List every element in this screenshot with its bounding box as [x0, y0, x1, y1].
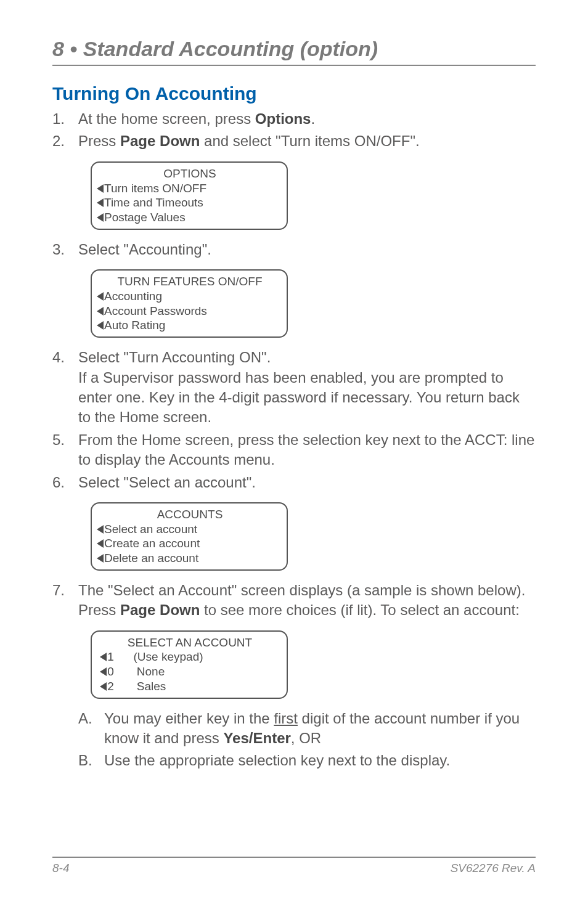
first-underline: first — [274, 710, 298, 727]
screen-row-text: Turn items ON/OFF — [104, 182, 206, 195]
doc-revision: SV62276 Rev. A — [451, 862, 536, 875]
screen-row-text: Auto Rating — [104, 319, 165, 332]
yes-enter-keyword: Yes/Enter — [223, 730, 290, 746]
screen-row-text: None — [137, 665, 165, 678]
footer-divider — [52, 857, 536, 858]
screen-row: Turn items ON/OFF — [97, 181, 283, 196]
triangle-left-icon — [97, 184, 104, 193]
triangle-left-icon — [97, 525, 104, 534]
chapter-title: 8 • Standard Accounting (option) — [52, 37, 536, 61]
screen-row-text: Postage Values — [104, 211, 186, 224]
step-text: Select "Turn Accounting ON". — [78, 349, 271, 365]
turn-features-screen: TURN FEATURES ON/OFF Accounting Account … — [91, 269, 288, 338]
step-text-post: . — [311, 110, 315, 127]
screen-title: TURN FEATURES ON/OFF — [97, 274, 283, 289]
substep-text: Use the appropriate selection key next t… — [104, 752, 450, 768]
screen-title: SELECT AN ACCOUNT — [97, 635, 283, 650]
screen-row-text: Select an account — [104, 523, 197, 536]
accounts-screen: ACCOUNTS Select an account Create an acc… — [91, 502, 288, 571]
substep-b: Use the appropriate selection key next t… — [78, 751, 536, 770]
screen-row: Auto Rating — [97, 318, 283, 333]
screen-row: 1 (Use keypad) — [97, 650, 283, 664]
screen-row-key: 2 — [107, 680, 114, 693]
screen-row: 2 Sales — [97, 679, 283, 694]
triangle-left-icon — [97, 539, 104, 548]
triangle-left-icon — [100, 667, 107, 676]
step-1: At the home screen, press Options. — [52, 109, 536, 129]
step-5: From the Home screen, press the selectio… — [52, 430, 536, 470]
screen-row-key: 1 — [107, 650, 114, 663]
screen-row: Time and Timeouts — [97, 195, 283, 210]
step-text-post: to see more choices (if lit). To select … — [200, 601, 519, 618]
triangle-left-icon — [100, 653, 107, 661]
substep-a: You may either key in the first digit of… — [78, 709, 536, 749]
triangle-left-icon — [97, 292, 104, 301]
screen-title: ACCOUNTS — [97, 507, 283, 522]
screen-row-text: Sales — [137, 680, 166, 693]
triangle-left-icon — [97, 554, 104, 563]
screen-row-key: 0 — [107, 665, 114, 678]
step-text: Select "Accounting". — [78, 241, 211, 258]
triangle-left-icon — [97, 213, 104, 222]
screen-row: Account Passwords — [97, 304, 283, 319]
page-number: 8-4 — [52, 862, 69, 875]
sub-steps: You may either key in the first digit of… — [78, 709, 536, 771]
step-text: Press — [78, 132, 120, 149]
step-2: Press Page Down and select "Turn items O… — [52, 131, 536, 229]
substep-text: You may either key in the — [104, 710, 274, 727]
triangle-left-icon — [97, 321, 104, 330]
screen-row: Accounting — [97, 289, 283, 304]
main-steps: At the home screen, press Options. Press… — [52, 109, 536, 771]
step-text-post: and select "Turn items ON/OFF". — [200, 132, 419, 149]
triangle-left-icon — [100, 682, 107, 691]
step-6: Select "Select an account". ACCOUNTS Sel… — [52, 473, 536, 571]
screen-row-text: Time and Timeouts — [104, 196, 203, 209]
screen-row-text: Accounting — [104, 290, 162, 303]
screen-row: Delete an account — [97, 551, 283, 566]
step-7: The "Select an Account" screen displays … — [52, 581, 536, 771]
options-keyword: Options — [255, 110, 311, 127]
page-down-keyword: Page Down — [120, 132, 200, 149]
page-footer: 8-4 SV62276 Rev. A — [52, 857, 536, 875]
screen-row-text: Delete an account — [104, 552, 198, 565]
triangle-left-icon — [97, 198, 104, 207]
substep-text-post: , OR — [291, 730, 321, 746]
chapter-divider — [52, 65, 536, 66]
screen-row: Postage Values — [97, 210, 283, 225]
page-down-keyword: Page Down — [120, 601, 200, 618]
screen-row-text: (Use keypad) — [134, 650, 203, 663]
screen-row: Select an account — [97, 522, 283, 537]
step-text: Select "Select an account". — [78, 474, 256, 491]
screen-row-text: Create an account — [104, 537, 200, 550]
triangle-left-icon — [97, 307, 104, 316]
options-screen: OPTIONS Turn items ON/OFF Time and Timeo… — [91, 161, 288, 230]
screen-title: OPTIONS — [97, 166, 283, 181]
step-text: At the home screen, press — [78, 110, 255, 127]
screen-row: Create an account — [97, 536, 283, 551]
step-3: Select "Accounting". TURN FEATURES ON/OF… — [52, 240, 536, 338]
step-text-continued: If a Supervisor password has been enable… — [78, 369, 520, 426]
screen-row: 0 None — [97, 664, 283, 679]
step-4: Select "Turn Accounting ON". If a Superv… — [52, 348, 536, 428]
step-text: From the Home screen, press the selectio… — [78, 431, 534, 468]
screen-row-text: Account Passwords — [104, 304, 207, 317]
select-account-screen: SELECT AN ACCOUNT 1 (Use keypad) 0 None … — [91, 630, 288, 699]
section-heading: Turning On Accounting — [52, 83, 536, 104]
